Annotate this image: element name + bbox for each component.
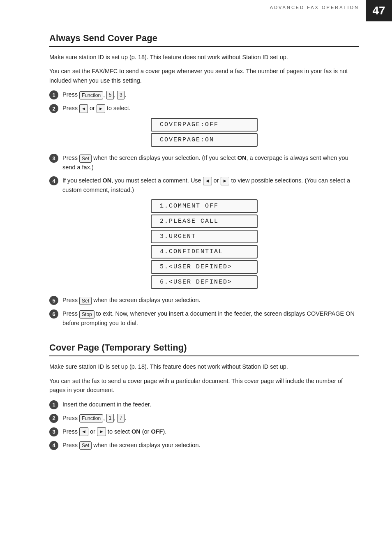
step-5: 5 Press Set when the screen displays you… bbox=[49, 295, 359, 305]
set-key-3: Set bbox=[79, 155, 92, 163]
step-1: 1 Press Function, 5, 3. bbox=[49, 90, 359, 99]
arrow-left-key bbox=[79, 104, 88, 113]
section1-steps1: 1 Press Function, 5, 3. 2 Press or to se… bbox=[49, 90, 359, 113]
step-num-2: 2 bbox=[49, 104, 58, 113]
key-5: 5 bbox=[106, 91, 114, 99]
s2-step3-content: Press ◄ or ► to select ON (or OFF). bbox=[62, 427, 359, 436]
section1-para1: Make sure station ID is set up (p. 18). … bbox=[49, 53, 359, 62]
s2-step-num-3: 3 bbox=[49, 427, 58, 436]
section2-para1: Make sure station ID is set up (p. 18). … bbox=[49, 362, 359, 371]
section1-steps3: 5 Press Set when the screen displays you… bbox=[49, 295, 359, 328]
step-num-4: 4 bbox=[49, 176, 58, 185]
step-num-3: 3 bbox=[49, 154, 58, 163]
lcd-user-defined-6: 6.<USER DEFINED> bbox=[151, 275, 258, 289]
arrow-right-key-3: ► bbox=[97, 427, 106, 436]
key-1: 1 bbox=[106, 414, 114, 422]
header-label: ADVANCED FAX OPERATION bbox=[270, 5, 359, 10]
section1-steps2: 3 Press Set when the screen displays you… bbox=[49, 153, 359, 194]
s2-step4-content: Press Set when the screen displays your … bbox=[62, 441, 359, 450]
step-num-6: 6 bbox=[49, 309, 58, 319]
s2-step-4: 4 Press Set when the screen displays you… bbox=[49, 441, 359, 450]
s2-step-3: 3 Press ◄ or ► to select ON (or OFF). bbox=[49, 427, 359, 436]
header: ADVANCED FAX OPERATION 47 bbox=[0, 0, 392, 10]
s2-step-num-2: 2 bbox=[49, 414, 58, 423]
lcd-coverpage-off: COVERPAGE:OFF bbox=[151, 118, 258, 132]
lcd-urgent: 3.URGENT bbox=[151, 230, 258, 243]
step-6: 6 Press Stop to exit. Now, whenever you … bbox=[49, 309, 359, 328]
step-2: 2 Press or to select. bbox=[49, 104, 359, 113]
function-key: Function bbox=[79, 91, 103, 99]
step-num-1: 1 bbox=[49, 90, 58, 99]
s2-step-1: 1 Insert the document in the feeder. bbox=[49, 400, 359, 409]
step-4: 4 If you selected ON, you must select a … bbox=[49, 176, 359, 194]
section1-title: Always Send Cover Page bbox=[49, 33, 359, 47]
step2-content: Press or to select. bbox=[62, 104, 359, 113]
set-key-s2: Set bbox=[79, 441, 92, 450]
s2-step1-content: Insert the document in the feeder. bbox=[62, 400, 359, 409]
s2-step-2: 2 Press Function, 1, 7. bbox=[49, 413, 359, 423]
step3-content: Press Set when the screen displays your … bbox=[62, 153, 359, 172]
section2-steps: 1 Insert the document in the feeder. 2 P… bbox=[49, 400, 359, 450]
stop-key: Stop bbox=[79, 310, 95, 319]
section1-para2: You can set the FAX/MFC to send a cover … bbox=[49, 67, 359, 85]
lcd-display-2: 1.COMMENT OFF 2.PLEASE CALL 3.URGENT 4.C… bbox=[49, 199, 359, 291]
lcd-comment-off: 1.COMMENT OFF bbox=[151, 199, 258, 213]
arrow-right-key-2: ► bbox=[221, 177, 230, 185]
function-key-2: Function bbox=[79, 414, 103, 422]
lcd-please-call: 2.PLEASE CALL bbox=[151, 215, 258, 228]
s2-step-num-1: 1 bbox=[49, 400, 58, 409]
arrow-left-key-3: ◄ bbox=[79, 427, 88, 436]
step-num-5: 5 bbox=[49, 296, 58, 305]
step-3: 3 Press Set when the screen displays you… bbox=[49, 153, 359, 172]
section2-para2: You can set the fax to send a cover page… bbox=[49, 376, 359, 395]
arrow-left-key-2: ◄ bbox=[203, 177, 212, 185]
page-number: 47 bbox=[366, 0, 392, 21]
step5-content: Press Set when the screen displays your … bbox=[62, 295, 359, 305]
step4-content: If you selected ON, you must select a co… bbox=[62, 176, 359, 194]
step1-content: Press Function, 5, 3. bbox=[62, 90, 359, 99]
lcd-confidential: 4.CONFIDENTIAL bbox=[151, 245, 258, 259]
set-key-5: Set bbox=[79, 297, 92, 305]
main-content: Always Send Cover Page Make sure station… bbox=[49, 33, 359, 450]
arrow-right-key bbox=[97, 104, 105, 113]
s2-step2-content: Press Function, 1, 7. bbox=[62, 413, 359, 423]
lcd-user-defined-5: 5.<USER DEFINED> bbox=[151, 260, 258, 274]
lcd-display-1: COVERPAGE:OFF COVERPAGE:ON bbox=[49, 118, 359, 148]
section2-title: Cover Page (Temporary Setting) bbox=[49, 342, 359, 356]
step6-content: Press Stop to exit. Now, whenever you in… bbox=[62, 309, 359, 328]
lcd-coverpage-on: COVERPAGE:ON bbox=[151, 133, 258, 147]
key-3: 3 bbox=[117, 91, 125, 99]
key-7: 7 bbox=[117, 414, 125, 422]
s2-step-num-4: 4 bbox=[49, 441, 58, 450]
